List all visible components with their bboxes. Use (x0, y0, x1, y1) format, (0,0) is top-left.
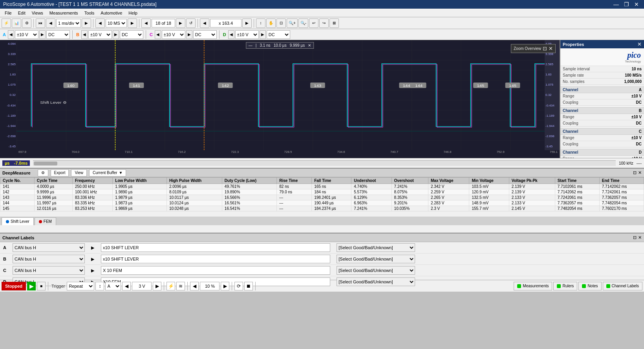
trigger-icon-btn[interactable]: ↕ (95, 282, 104, 290)
rulers-btn[interactable]: Rulers (553, 282, 577, 290)
dm-current-buffer-btn[interactable]: Current Buffer ▼ (89, 169, 126, 176)
chanlabels-close-btn[interactable]: ✕ (638, 235, 642, 240)
chanlabels-popout-btn[interactable]: ⊡ (633, 235, 637, 240)
channel-b-coupling[interactable]: DC (120, 30, 143, 39)
dm-view-btn[interactable]: View (71, 169, 87, 176)
channel-c-right[interactable]: ▶ (186, 30, 192, 39)
icon-btn-1[interactable]: ⚡ (2, 18, 11, 28)
cl-quality-0[interactable]: [Select Good/Bad/Unknown] (333, 242, 644, 253)
capture-select[interactable]: 10 MS (106, 19, 127, 28)
dm-tab-fem[interactable]: FEM (35, 217, 56, 225)
cl-quality-select-2[interactable]: [Select Good/Bad/Unknown] (337, 266, 415, 275)
zoom-rect-btn[interactable]: ⊡ (276, 18, 286, 28)
run-btn[interactable]: ▶ (27, 282, 36, 290)
nav-first[interactable]: ⏮ (36, 18, 45, 28)
menu-edit[interactable]: Edit (15, 10, 29, 16)
dm-row-1[interactable]: 1429.9999 µs100.001 kHz1.9890 µs8.0109 µ… (0, 189, 644, 195)
channel-c-coupling[interactable]: DC (193, 30, 217, 39)
menu-measurements[interactable]: Measurements (46, 10, 81, 16)
dm-close-btn[interactable]: ✕ (638, 170, 642, 175)
menu-views[interactable]: Views (29, 10, 46, 16)
dm-row-2[interactable]: 14311.9996 µs83.336 kHz1.9879 µs10.0117 … (0, 195, 644, 200)
refresh-btn[interactable]: ↺ (186, 18, 196, 28)
trig-stop-btn[interactable]: ⏹ (244, 282, 253, 290)
measurements-btn[interactable]: Measurements (514, 282, 552, 290)
dm-row-4[interactable]: 14512.0116 µs83.253 kHz1.9869 µs10.0248 … (0, 206, 644, 211)
trigger-ch-select[interactable]: A (105, 282, 121, 290)
channel-d-right[interactable]: ▶ (260, 30, 266, 39)
xscale-next[interactable]: ▶ (242, 18, 252, 28)
dm-popout-btn[interactable]: ⊡ (633, 170, 637, 175)
cl-label-2[interactable] (98, 265, 333, 276)
cl-quality-1[interactable]: [Select Good/Bad/Unknown] (333, 253, 644, 265)
nav-seg-next[interactable]: ▶ (176, 18, 185, 28)
timebase-select[interactable]: 1 ms/div (56, 19, 81, 28)
fit-btn[interactable]: ⊠ (329, 18, 339, 28)
channel-d-left[interactable]: ◀ (228, 30, 234, 39)
cl-probe-select-1[interactable]: CAN bus H (13, 255, 85, 263)
trig-arrow-left[interactable]: ◀ (122, 282, 131, 290)
cl-label-1[interactable] (98, 253, 333, 265)
horizontal-scrollbar[interactable] (33, 160, 616, 166)
cl-label-0[interactable] (98, 242, 333, 253)
trig-icon3[interactable]: ≋ (176, 282, 185, 290)
redo-btn[interactable]: ↪ (319, 18, 329, 28)
capture-next[interactable]: ▶ (128, 18, 137, 28)
cursor-btn[interactable]: ↕ (256, 18, 265, 28)
zoom-in-btn[interactable]: 🔍+ (287, 18, 298, 28)
cl-probe-select-0[interactable]: CAN bus H (13, 243, 85, 252)
trig-icon2[interactable]: ⚡ (166, 282, 175, 290)
channel-a-range[interactable]: ±10 V (15, 30, 38, 39)
delay-left[interactable]: ◀ (190, 282, 199, 290)
channel-c-range[interactable]: ±10 V (162, 30, 185, 39)
trigger-level-input[interactable] (132, 282, 152, 290)
cl-label-input-2[interactable] (101, 266, 330, 275)
dm-settings-btn[interactable]: ⚙ (38, 169, 48, 176)
menu-tools[interactable]: Tools (81, 10, 98, 16)
cl-quality-select-0[interactable]: [Select Good/Bad/Unknown] (337, 243, 415, 252)
stop-btn[interactable]: ■ (37, 282, 46, 290)
capture-prev[interactable]: ◀ (95, 18, 105, 28)
xscale-prev[interactable]: ◀ (200, 18, 209, 28)
cursor-close[interactable]: — (249, 43, 252, 48)
cursor-close-btn[interactable]: ✕ (308, 43, 311, 48)
channel-a-left[interactable]: ◀ (8, 30, 14, 39)
minimize-button[interactable]: — (612, 0, 620, 9)
notes-btn[interactable]: Notes (578, 282, 601, 290)
cl-quality-select-3[interactable]: [Select Good/Bad/Unknown] (337, 277, 415, 286)
dm-export-btn[interactable]: Export (51, 169, 69, 176)
nav-next[interactable]: ▶ (82, 18, 91, 28)
cl-quality-2[interactable]: [Select Good/Bad/Unknown] (333, 265, 644, 276)
cl-label-input-0[interactable] (101, 243, 330, 252)
cl-label-input-1[interactable] (101, 255, 330, 263)
maximize-button[interactable]: ❐ (622, 0, 631, 9)
zoom-popout-btn[interactable]: ⊡ (543, 46, 547, 51)
channel-a-right[interactable]: ▶ (39, 30, 46, 39)
nav-prev[interactable]: ◀ (46, 18, 55, 28)
cl-probe-1[interactable]: CAN bus H (9, 253, 88, 265)
icon-btn-2[interactable]: 📊 (12, 18, 21, 28)
scroll-thumb[interactable] (34, 162, 57, 165)
menu-help[interactable]: Help (125, 10, 141, 16)
channel-b-range[interactable]: ±10 V (88, 30, 112, 39)
dm-table-container[interactable]: Cycle No. Cycle Time Frequency Low Pulse… (0, 177, 644, 217)
trigger-delay-input[interactable] (200, 282, 220, 290)
cl-probe-select-2[interactable]: CAN bus H (13, 266, 85, 275)
channel-b-right[interactable]: ▶ (113, 30, 119, 39)
zoom-close-btn[interactable]: ✕ (549, 46, 553, 51)
menu-file[interactable]: File (2, 10, 15, 16)
channel-b-left[interactable]: ◀ (81, 30, 88, 39)
delay-right[interactable]: ▶ (221, 282, 229, 290)
cl-probe-2[interactable]: CAN bus H (9, 265, 88, 276)
zoom-out-btn[interactable]: 🔍- (298, 18, 308, 28)
properties-close-btn[interactable]: ✕ (637, 41, 642, 47)
close-button[interactable]: ✕ (632, 0, 641, 9)
nav-seg-prev[interactable]: ◀ (141, 18, 151, 28)
menu-automotive[interactable]: Automotive (97, 10, 125, 16)
channel-d-range[interactable]: ±10 V (235, 30, 259, 39)
trig-auto-btn[interactable]: ⟳ (234, 282, 243, 290)
dm-row-0[interactable]: 1414.0000 µs250.00 kHz1.9905 µs2.0096 µs… (0, 184, 644, 189)
channel-c-left[interactable]: ◀ (155, 30, 161, 39)
cl-quality-select-1[interactable]: [Select Good/Bad/Unknown] (337, 255, 415, 263)
trigger-mode-select[interactable]: Repeat (67, 282, 94, 290)
